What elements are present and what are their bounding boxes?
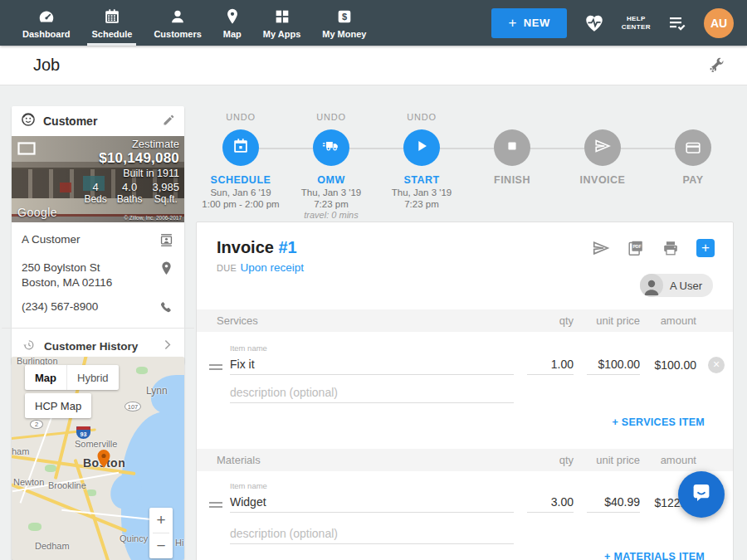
invoice-number[interactable]: #1 [278, 238, 296, 256]
step-label: FINISH [462, 174, 562, 186]
undo-omw-button[interactable]: UNDO [281, 112, 381, 123]
assignee-name: A User [670, 280, 702, 292]
list-check-icon[interactable] [667, 13, 687, 33]
material-qty-input[interactable] [527, 491, 574, 513]
zestimate-value: $10,149,080 [84, 150, 179, 167]
add-services-item-button[interactable]: + SERVICES ITEM [612, 416, 705, 428]
omw-step-button[interactable] [313, 129, 349, 166]
phone-icon[interactable] [159, 299, 174, 319]
print-button[interactable] [662, 239, 680, 257]
zestimate-label: Zestimate [84, 138, 179, 150]
map-label: Newton [13, 477, 44, 487]
nav-customers[interactable]: Customers [143, 0, 212, 46]
step-travel: travel: 0 mins [281, 210, 381, 220]
baths-label: Baths [117, 193, 143, 205]
finish-step-button[interactable] [494, 129, 530, 166]
customer-card: Customer Zestimate $10,149,080 Built in … [12, 106, 184, 364]
streetview-frame-icon[interactable] [17, 142, 36, 158]
timeline-step-start: UNDO START Thu, Jan 3 '19 7:23 pm [372, 112, 471, 209]
sqft-label: Sq.ft. [152, 193, 179, 205]
nav-dashboard[interactable]: Dashboard [12, 0, 81, 46]
new-button[interactable]: +NEW [491, 8, 566, 38]
material-item-name-input[interactable] [230, 491, 514, 513]
location-pin-icon[interactable] [159, 261, 174, 280]
due-value[interactable]: Upon receipt [241, 261, 305, 274]
nav-dashboard-label: Dashboard [22, 29, 70, 39]
user-avatar[interactable]: AU [704, 8, 734, 38]
remove-service-item-button[interactable]: × [708, 357, 725, 373]
map-widget[interactable]: Burlington Lynn Somerville Boston ham Ne… [12, 357, 184, 560]
edit-customer-button[interactable] [162, 113, 176, 130]
customer-card-title: Customer [43, 114, 97, 128]
zoom-in-button[interactable]: + [149, 508, 173, 533]
zoom-out-button[interactable]: − [149, 533, 173, 558]
baths-value: 4.0 [117, 181, 143, 193]
customer-info: A Customer 250 Boylston StBoston, MA 021… [12, 222, 184, 319]
send-icon [593, 137, 612, 158]
svg-text:$: $ [342, 12, 347, 22]
route-107-shield: 107 [124, 402, 141, 411]
calendar-icon [232, 137, 250, 158]
undo-schedule-button[interactable]: UNDO [191, 112, 290, 123]
invoice-step-button[interactable] [584, 129, 621, 166]
service-unit-price-input[interactable] [587, 353, 640, 375]
chevron-right-icon [160, 338, 174, 355]
map-type-hybrid-button[interactable]: Hybrid [66, 365, 119, 390]
service-item-name-input[interactable] [230, 353, 514, 375]
step-label: START [372, 174, 471, 186]
undo-start-button[interactable]: UNDO [372, 112, 471, 123]
step-time: 1:00 pm - 2:00 pm [191, 199, 290, 209]
step-date: Thu, Jan 3 '19 [372, 187, 471, 197]
drag-handle[interactable] [209, 499, 222, 510]
nav-map[interactable]: Map [212, 0, 252, 46]
add-invoice-item-button[interactable]: + [696, 239, 715, 257]
pencil-icon [162, 115, 176, 129]
chat-fab-button[interactable] [678, 471, 725, 518]
qty-column-header: qty [524, 454, 574, 466]
amount-column-header: amount [643, 314, 696, 327]
customer-phone: (234) 567-8900 [22, 299, 98, 314]
step-label: INVOICE [553, 174, 652, 186]
nav-my-apps[interactable]: My Apps [252, 0, 311, 46]
hcp-map-button[interactable]: HCP Map [25, 393, 91, 418]
job-settings-button[interactable] [707, 56, 725, 75]
help-center-line2: CENTER [622, 23, 651, 32]
schedule-step-button[interactable] [222, 129, 259, 166]
invoice-due: DUE Upon receipt [217, 260, 304, 275]
property-photo[interactable]: Zestimate $10,149,080 Built in 1911 4Bed… [12, 136, 184, 222]
beds-value: 4 [84, 181, 106, 193]
pdf-button[interactable]: PDF [627, 239, 645, 257]
materials-section-header: Materials qty unit price amount [197, 449, 733, 471]
map-pin-icon [223, 7, 242, 26]
nav-my-money[interactable]: $ My Money [311, 0, 377, 46]
material-unit-price-input[interactable] [587, 491, 640, 513]
invoice-actions: PDF + [592, 239, 715, 257]
heart-pulse-icon[interactable] [583, 12, 605, 34]
item-name-label: Item name [230, 343, 267, 353]
step-label: PAY [643, 174, 743, 186]
contact-card-icon[interactable] [159, 232, 174, 251]
credit-card-icon[interactable] [675, 129, 711, 166]
property-stats: 4Beds 4.0Baths 3,985Sq.ft. [84, 181, 179, 205]
nav-schedule-label: Schedule [91, 29, 132, 39]
material-description-input[interactable] [230, 523, 514, 544]
send-invoice-button[interactable] [592, 239, 610, 257]
play-icon [413, 137, 431, 158]
customer-address: 250 Boylston StBoston, MA 02116 [22, 261, 112, 290]
service-description-input[interactable] [230, 382, 514, 403]
help-center-button[interactable]: HELP CENTER [622, 15, 651, 32]
truck-icon [322, 137, 340, 158]
start-step-button[interactable] [403, 129, 440, 166]
drag-handle[interactable] [209, 362, 222, 373]
assigned-user-pill[interactable]: A User [640, 274, 713, 297]
dollar-icon: $ [335, 7, 354, 26]
nav-customers-label: Customers [154, 29, 201, 39]
service-qty-input[interactable] [527, 353, 574, 375]
map-label: Quincy [120, 533, 148, 543]
map-zoom-control: + − [149, 508, 173, 558]
map-type-map-button[interactable]: Map [25, 365, 66, 390]
nav-schedule[interactable]: Schedule [81, 0, 143, 46]
add-materials-item-button[interactable]: + MATERIALS ITEM [604, 551, 705, 560]
wrench-gear-icon [707, 56, 725, 75]
chat-bubble-icon [689, 480, 714, 509]
